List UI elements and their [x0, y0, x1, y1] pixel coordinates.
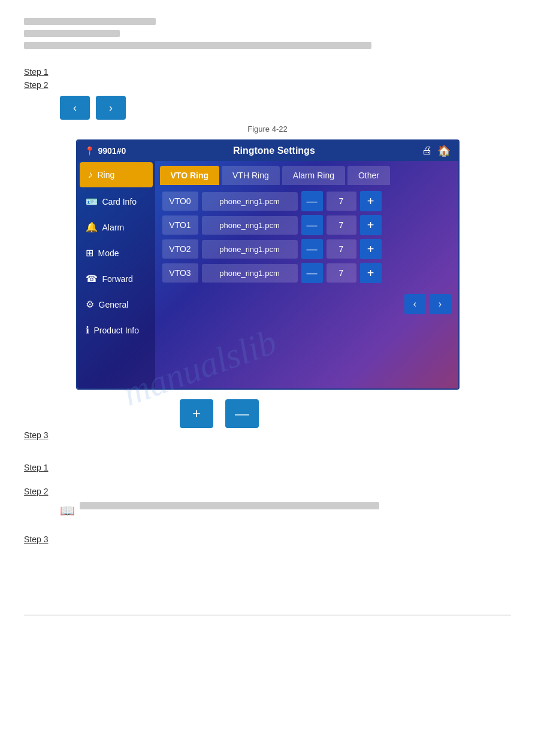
note-box: 📖 — [60, 502, 511, 518]
vto3-minus-button[interactable]: — — [301, 263, 323, 283]
bottom-divider — [24, 615, 511, 615]
vto3-plus-button[interactable]: + — [360, 263, 382, 283]
step1-first-label: Step 1 — [24, 67, 511, 77]
pagination: ‹ › — [155, 289, 458, 319]
sidebar-item-forward[interactable]: ☎ Forward — [77, 266, 155, 292]
sidebar-item-product-info[interactable]: ℹ Product Info — [77, 317, 155, 343]
vto0-ring: phone_ring1.pcm — [202, 192, 298, 211]
sidebar-item-card-info[interactable]: 🪪 Card Info — [77, 189, 155, 214]
vto2-count: 7 — [327, 239, 356, 259]
vto1-minus-button[interactable]: — — [301, 215, 323, 235]
home-icon[interactable]: 🏠 — [437, 144, 451, 157]
vto1-label: VTO1 — [162, 215, 198, 235]
sidebar-item-mode[interactable]: ⊞ Mode — [77, 240, 155, 266]
sidebar: ♪ Ring 🪪 Card Info 🔔 Alarm ⊞ Mode ☎ Forw… — [77, 161, 155, 388]
tab-vth-ring[interactable]: VTH Ring — [222, 166, 280, 185]
vto0-plus-button[interactable]: + — [360, 191, 382, 211]
gear-icon: ⚙ — [86, 299, 94, 310]
sidebar-product-label: Product Info — [94, 326, 140, 335]
steps-section-2: Step 1 Step 2 📖 Step 3 — [24, 452, 511, 544]
sidebar-forward-label: Forward — [102, 274, 133, 284]
prev-nav-button[interactable]: ‹ — [60, 96, 90, 120]
sidebar-card-label: Card Info — [102, 197, 137, 207]
vto0-minus-button[interactable]: — — [301, 191, 323, 211]
vto2-minus-button[interactable]: — — [301, 239, 323, 259]
tab-bar: VTO Ring VTH Ring Alarm Ring Other — [155, 161, 458, 185]
vto1-ring: phone_ring1.pcm — [202, 216, 298, 235]
next-nav-button[interactable]: › — [96, 96, 126, 120]
step3-second-label: Step 3 — [24, 535, 511, 544]
sidebar-general-label: General — [99, 300, 129, 309]
screen-body: ♪ Ring 🪪 Card Info 🔔 Alarm ⊞ Mode ☎ Forw… — [77, 161, 458, 388]
add-button[interactable]: + — [180, 399, 213, 428]
note-line — [80, 502, 379, 509]
sidebar-item-alarm[interactable]: 🔔 Alarm — [77, 214, 155, 240]
content-area: VTO Ring VTH Ring Alarm Ring Other VTO0 … — [155, 161, 458, 388]
forward-icon: ☎ — [86, 273, 98, 284]
sidebar-alarm-label: Alarm — [102, 223, 125, 232]
info-icon: ℹ — [86, 324, 89, 336]
card-icon: 🪪 — [86, 196, 98, 207]
vto0-count: 7 — [327, 192, 356, 211]
table-row: VTO1 phone_ring1.pcm — 7 + — [162, 215, 451, 235]
remove-button[interactable]: — — [225, 399, 259, 428]
step2-second-label: Step 2 — [24, 487, 511, 496]
table-row: VTO2 phone_ring1.pcm — 7 + — [162, 239, 451, 259]
step2-first-label: Step 2 — [24, 80, 511, 90]
figure-caption: Figure 4-22 — [24, 125, 511, 133]
vto-table: VTO0 phone_ring1.pcm — 7 + VTO1 phone_ri… — [155, 185, 458, 289]
table-row: VTO0 phone_ring1.pcm — 7 + — [162, 191, 451, 211]
placeholder-line-2 — [24, 30, 120, 37]
vto2-ring: phone_ring1.pcm — [202, 240, 298, 259]
vto0-label: VTO0 — [162, 192, 198, 211]
screen-header: 📍 9901#0 Ringtone Settings 🖨 🏠 — [77, 141, 458, 161]
vto2-plus-button[interactable]: + — [360, 239, 382, 259]
location-icon: 📍 — [84, 146, 95, 156]
alarm-icon: 🔔 — [86, 221, 98, 233]
tab-other[interactable]: Other — [347, 166, 390, 185]
vto1-plus-button[interactable]: + — [360, 215, 382, 235]
vto3-count: 7 — [327, 263, 356, 283]
ring-icon: ♪ — [88, 169, 93, 180]
device-id: 9901#0 — [98, 146, 126, 156]
print-icon[interactable]: 🖨 — [422, 144, 433, 157]
placeholder-line-1 — [24, 18, 156, 25]
note-book-icon: 📖 — [60, 503, 75, 518]
sidebar-ring-label: Ring — [98, 170, 115, 180]
tab-alarm-ring[interactable]: Alarm Ring — [282, 166, 345, 185]
step1-second-label: Step 1 — [24, 463, 511, 472]
vto2-label: VTO2 — [162, 239, 198, 259]
sidebar-mode-label: Mode — [98, 248, 119, 258]
page-next-button[interactable]: › — [430, 294, 451, 314]
step3-first-label: Step 3 — [24, 430, 511, 440]
sidebar-item-ring[interactable]: ♪ Ring — [80, 162, 153, 187]
screen-header-icons: 🖨 🏠 — [422, 144, 451, 157]
device-screen: 📍 9901#0 Ringtone Settings 🖨 🏠 ♪ Ring 🪪 … — [76, 139, 460, 390]
sidebar-item-general[interactable]: ⚙ General — [77, 292, 155, 317]
nav-buttons-group: ‹ › — [60, 96, 511, 120]
placeholder-lines — [24, 18, 511, 49]
screen-title: Ringtone Settings — [233, 145, 315, 156]
placeholder-line-3 — [24, 42, 371, 49]
vto3-ring: phone_ring1.pcm — [202, 264, 298, 283]
vto1-count: 7 — [327, 215, 356, 235]
page-prev-button[interactable]: ‹ — [404, 294, 426, 314]
below-screen-buttons: + — — [180, 399, 511, 428]
vto3-label: VTO3 — [162, 263, 198, 283]
screen-header-left: 📍 9901#0 — [84, 146, 126, 156]
table-row: VTO3 phone_ring1.pcm — 7 + — [162, 263, 451, 283]
tab-vto-ring[interactable]: VTO Ring — [160, 166, 220, 185]
mode-icon: ⊞ — [86, 247, 93, 259]
